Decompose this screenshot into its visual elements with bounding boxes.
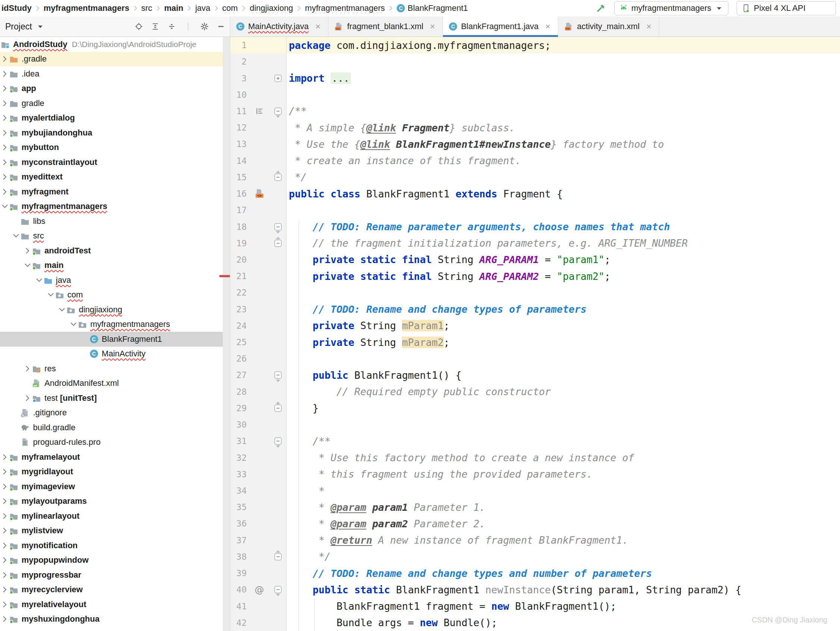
code-editor[interactable]: 1package com.dingjiaxiong.myfragmentmana… [230,37,840,631]
code-line-30[interactable]: 30 [230,416,840,433]
code-line-37[interactable]: 37 * @return A new instance of fragment … [230,532,840,549]
chevron-right-icon[interactable] [0,615,9,623]
code-line-29[interactable]: 29 } [230,400,840,416]
fold-marker-end[interactable] [270,549,287,565]
code-line-12[interactable]: 12 * A simple {@link Fragment} subclass. [230,120,840,136]
tree-item-mynotification[interactable]: mynotification [0,538,230,553]
tree-item-mylistview[interactable]: mylistview [0,524,230,538]
tree-item-myconstraintlayout[interactable]: myconstraintlayout [0,155,230,170]
settings-button[interactable] [199,21,210,32]
code-line-17[interactable]: 17 [230,202,840,218]
tree-item-dingjiaxiong[interactable]: dingjiaxiong [0,302,230,317]
code-line-15[interactable]: 15 */ [230,169,840,185]
doc-lines-icon[interactable] [249,103,270,120]
code-line-27[interactable]: 27 public BlankFragment1() { [230,367,840,383]
code-line-2[interactable]: 2 [230,54,840,70]
code-line-32[interactable]: 32 * Use this factory method to create a… [230,449,840,466]
code-line-38[interactable]: 38 */ [230,549,840,565]
fold-marker-end[interactable] [270,169,287,185]
close-icon[interactable] [428,22,437,31]
code-line-14[interactable]: 14 * create an instance of this fragment… [230,153,840,169]
code-line-39[interactable]: 39 // TODO: Rename and change types and … [230,565,840,581]
chevron-down-icon[interactable] [23,261,32,270]
tree-item-mypopupwindow[interactable]: mypopupwindow [0,553,230,568]
chevron-down-icon[interactable] [69,320,78,329]
tree-item-mybutton[interactable]: mybutton [0,140,230,155]
breadcrumb-item-myfragmentmanagers[interactable]: myfragmentmanagers [305,3,385,13]
chevron-right-icon[interactable] [0,99,9,108]
tab-MainActivity.java[interactable]: CMainActivity.java [230,16,328,36]
breadcrumb-item-dingjiaxiong[interactable]: dingjiaxiong [249,3,293,13]
tree-item-build.gradle[interactable]: build.gradle [0,420,230,435]
breadcrumb-item-myfragmentmanagers[interactable]: myfragmentmanagers [44,3,129,13]
code-line-28[interactable]: 28 // Required empty public constructor [230,383,840,400]
code-line-33[interactable]: 33 * this fragment using the provided pa… [230,466,840,483]
chevron-right-icon[interactable] [0,555,9,565]
chevron-right-icon[interactable] [0,526,9,535]
hide-button[interactable] [216,21,226,32]
breadcrumb-item-main[interactable]: main [164,3,183,13]
chevron-right-icon[interactable] [0,54,9,63]
code-line-16[interactable]: 16<>public class BlankFragment1 extends … [230,185,840,202]
tab-fragment_blank1.xml[interactable]: <>fragment_blank1.xml [328,16,443,36]
code-line-20[interactable]: 20 private static final String ARG_PARAM… [230,251,840,268]
tree-item-myshuxingdonghua[interactable]: myshuxingdonghua [0,612,230,627]
code-line-25[interactable]: 25 private String mParam2; [230,334,840,350]
tab-BlankFragment1.java[interactable]: CBlankFragment1.java [443,16,558,36]
tree-item-myedittext[interactable]: myedittext [0,170,230,185]
tree-item-mygridlayout[interactable]: mygridlayout [0,465,230,480]
tree-item-myalertdialog[interactable]: myalertdialog [0,111,230,126]
code-line-40[interactable]: 40@ public static BlankFragment1 newInst… [230,581,840,598]
project-panel-title-dropdown[interactable]: Project [5,22,45,32]
code-line-11[interactable]: 11/** [230,103,840,120]
chevron-right-icon[interactable] [0,143,9,152]
build-hammer-icon[interactable] [595,3,606,13]
chevron-right-icon[interactable] [23,394,32,402]
chevron-down-icon[interactable] [35,276,44,285]
chevron-right-icon[interactable] [0,511,9,521]
tree-item-.idea[interactable]: .idea [0,66,230,81]
tree-item-mylinearlayout[interactable]: mylinearlayout [0,509,230,524]
locate-button[interactable] [134,21,144,32]
tree-item-BlankFragment1[interactable]: CBlankFragment1 [0,332,230,347]
chevron-right-icon[interactable] [0,84,9,93]
code-line-34[interactable]: 34 * [230,483,840,499]
fold-marker-start[interactable] [270,433,287,449]
code-line-1[interactable]: 1package com.dingjiaxiong.myfragmentmana… [230,37,840,54]
tree-item-mybujiandonghua[interactable]: mybujiandonghua [0,125,230,140]
chevron-right-icon[interactable] [0,541,9,550]
code-line-42[interactable]: 42 Bundle args = new Bundle(); [230,615,840,631]
tree-item-myframelayout[interactable]: myframelayout [0,450,230,465]
close-icon[interactable] [544,22,552,31]
tree-item-main[interactable]: main [0,258,230,273]
chevron-down-icon[interactable] [46,290,55,299]
tab-activity_main.xml[interactable]: <>activity_main.xml [558,16,659,36]
chevron-right-icon[interactable] [23,364,32,373]
chevron-right-icon[interactable] [0,571,9,579]
tree-item-myfragment[interactable]: myfragment [0,185,230,199]
tree-item-.gitignore[interactable]: .gitignore [0,405,230,421]
tree-item-com[interactable]: com [0,288,230,303]
collapse-all-button[interactable] [166,21,177,32]
breadcrumb-item-com[interactable]: com [223,3,238,13]
breadcrumb-item-java[interactable]: java [195,3,210,13]
chevron-right-icon[interactable] [0,187,9,196]
tree-item-myrecyclerview[interactable]: myrecyclerview [0,582,230,598]
chevron-down-icon[interactable] [0,202,9,211]
fold-marker-end[interactable] [270,400,287,416]
code-line-35[interactable]: 35 * @param param1 Parameter 1. [230,499,840,515]
tree-item-myimageview[interactable]: myimageview [0,479,230,494]
code-line-19[interactable]: 19 // the fragment initialization parame… [230,235,840,251]
chevron-right-icon[interactable] [0,114,9,122]
chevron-right-icon[interactable] [0,172,9,181]
tree-item-java[interactable]: java [0,273,230,288]
code-line-26[interactable]: 26 [230,350,840,367]
related-xml-icon[interactable]: <> [249,185,270,202]
tree-item-AndroidManifest.xml[interactable]: MFAndroidManifest.xml [0,376,230,391]
code-line-10[interactable]: 10 [230,87,840,103]
fold-marker-end[interactable] [270,235,287,251]
close-icon[interactable] [645,22,653,31]
device-selector-dropdown[interactable]: Pixel 4 XL API [737,1,836,15]
chevron-right-icon[interactable] [0,467,9,476]
tree-item-myfragmentmanagers[interactable]: myfragmentmanagers [0,199,230,214]
